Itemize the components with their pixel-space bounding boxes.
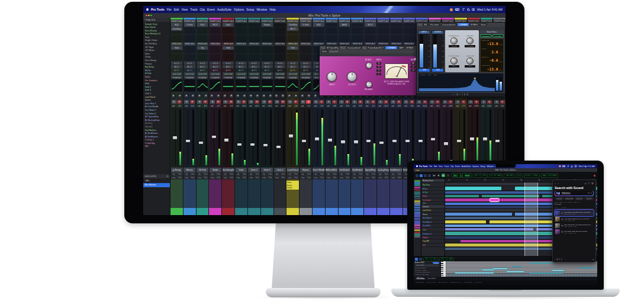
track-header[interactable]: Stabs <box>421 194 445 198</box>
menu-file[interactable]: File <box>167 8 172 11</box>
fader-cap[interactable] <box>354 140 358 143</box>
insert-slot[interactable] <box>326 23 337 27</box>
insert-slot[interactable] <box>326 27 337 31</box>
mini-track-item[interactable] <box>414 191 420 193</box>
send-slot[interactable] <box>262 46 273 50</box>
send-slot[interactable] <box>300 54 311 57</box>
mini-track-item[interactable] <box>414 232 420 233</box>
automation-mode[interactable]: auto read <box>300 72 311 75</box>
mute-button[interactable]: M <box>281 100 285 104</box>
output-knob[interactable] <box>347 72 357 82</box>
insert-slot[interactable] <box>404 31 415 34</box>
mini-track-item[interactable] <box>414 182 420 184</box>
solo-button[interactable]: S <box>352 100 357 104</box>
send-slot[interactable] <box>236 46 247 50</box>
close-icon[interactable] <box>416 169 417 171</box>
insert-slot[interactable] <box>365 27 376 31</box>
pan-knob[interactable] <box>223 94 227 98</box>
insert-slot[interactable] <box>352 39 363 42</box>
input-knob[interactable] <box>327 72 337 82</box>
insert-slot[interactable] <box>404 23 415 27</box>
edit-tool-icon[interactable] <box>428 174 431 177</box>
solo-button[interactable]: S <box>236 100 241 104</box>
settings-gear-icon[interactable]: ⚙ <box>591 182 594 185</box>
filter-chip[interactable]: Genres ▾ <box>575 197 584 200</box>
fader-section[interactable] <box>481 108 492 167</box>
fader-cap[interactable] <box>289 135 293 137</box>
help-icon[interactable]: ? <box>588 182 590 185</box>
menu-help[interactable]: Help <box>269 8 275 11</box>
mute-button[interactable]: M <box>319 100 324 104</box>
apple-menu-icon[interactable] <box>416 165 418 167</box>
pan-knob[interactable] <box>274 94 279 98</box>
insert-slot[interactable]: EQ3 <box>313 23 324 27</box>
io-input[interactable]: In 1-2 <box>300 62 311 65</box>
group-assign[interactable]: no group <box>236 76 247 79</box>
fader-section[interactable] <box>352 108 363 167</box>
track-name[interactable]: VocSample <box>223 168 234 172</box>
pro-limiter-plugin-window[interactable]: TrackMIXPro Limiter<factory default>COMP… <box>416 22 505 97</box>
automation-mode[interactable]: auto read <box>287 72 298 75</box>
insert-slot[interactable] <box>378 31 389 34</box>
insert-slot[interactable] <box>339 39 350 42</box>
track-name[interactable]: Harms <box>300 168 312 172</box>
io-output[interactable]: A 1-2 <box>275 65 286 68</box>
fader-section[interactable] <box>390 108 402 167</box>
tag-chip[interactable]: Piano <box>568 201 572 203</box>
preset-selector[interactable]: <factory default> <box>346 46 362 49</box>
io-output[interactable]: A 1-2 <box>171 65 182 68</box>
page-number[interactable]: 2 <box>559 258 560 261</box>
mini-track-item[interactable] <box>414 209 420 211</box>
mini-track-item[interactable] <box>414 193 420 195</box>
io-output[interactable]: A 1-2 <box>300 65 311 68</box>
fader-cap[interactable] <box>212 136 216 139</box>
insert-slot[interactable] <box>352 23 363 27</box>
send-slot[interactable] <box>287 50 298 53</box>
result-row[interactable]: ▸160_Dmin_chds_135_Keys_B.wavkeys · chor… <box>555 229 594 235</box>
insert-slot[interactable] <box>339 27 350 31</box>
prev-page-icon[interactable]: ‹ <box>555 258 555 261</box>
track-name[interactable]: Lead Vocal <box>287 168 299 172</box>
insert-slot[interactable]: MC77 <box>287 27 298 31</box>
fader-cap[interactable] <box>457 140 461 143</box>
render-button[interactable]: Render <box>433 262 439 264</box>
insert-slot[interactable] <box>223 39 234 42</box>
user-avatar[interactable] <box>450 8 453 11</box>
midi-note[interactable] <box>455 272 494 274</box>
midi-note[interactable] <box>506 271 524 273</box>
insert-slot[interactable] <box>249 23 260 27</box>
menu-track[interactable]: Track <box>190 8 197 11</box>
insert-slot[interactable] <box>378 35 389 39</box>
send-slot[interactable]: Verb <box>171 46 182 50</box>
fader-section[interactable] <box>416 108 428 167</box>
fader-cap[interactable] <box>302 140 306 143</box>
insert-slot[interactable] <box>352 35 363 39</box>
fader-section[interactable] <box>429 108 441 167</box>
fader-section[interactable] <box>326 108 337 167</box>
mini-track-item[interactable] <box>414 189 420 191</box>
insert-slot[interactable] <box>300 31 311 34</box>
fader-section[interactable] <box>378 108 389 167</box>
pan-knob[interactable] <box>184 94 189 98</box>
fader-section[interactable] <box>274 108 286 167</box>
insert-slot[interactable] <box>287 35 298 39</box>
solo-button[interactable]: S <box>404 100 408 104</box>
graph-tab[interactable]: 3 SEC <box>427 74 432 75</box>
io-input[interactable]: In 1-2 <box>249 62 260 65</box>
insert-slot[interactable] <box>275 27 286 31</box>
filter-chip[interactable]: Sounds <box>555 197 564 200</box>
insert-slot[interactable] <box>249 35 260 39</box>
insert-slot[interactable] <box>197 27 208 31</box>
group-assign[interactable]: no group <box>287 76 298 79</box>
solo-button[interactable]: S <box>184 100 189 104</box>
mute-button[interactable]: M <box>345 100 350 104</box>
pan-knob[interactable] <box>294 94 298 98</box>
io-output[interactable]: A 1-2 <box>184 65 195 68</box>
insert-slot[interactable] <box>365 39 376 42</box>
mute-button[interactable]: M <box>410 100 414 104</box>
track-headers[interactable]: Memory DivasBig StringMocksHi PadStabsVo… <box>421 179 445 256</box>
solo-button[interactable]: S <box>262 100 266 104</box>
rewind-button[interactable]: ◀◀ <box>432 174 436 177</box>
solo-button[interactable]: S <box>210 100 215 104</box>
solo-button[interactable]: S <box>172 100 176 104</box>
